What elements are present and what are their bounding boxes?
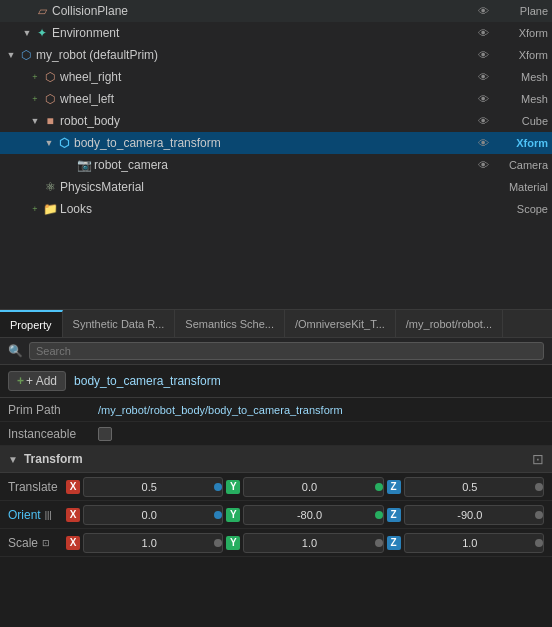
eye-icon-wheel-right[interactable]: 👁 [478, 71, 489, 83]
orient-z-field[interactable]: -90.0 [404, 505, 544, 525]
tree-item-my-robot[interactable]: ▼ ⬡ my_robot (defaultPrim) 👁 Xform [0, 44, 552, 66]
search-bar: 🔍 [0, 338, 552, 365]
scale-x-val: 1.0 [84, 537, 214, 549]
x-tag-translate: X [66, 480, 80, 494]
eye-icon-my-robot[interactable]: 👁 [478, 49, 489, 61]
wheel-left-label: wheel_left [60, 92, 428, 106]
tree-item-collisionplane[interactable]: ▱ CollisionPlane 👁 Plane [0, 0, 552, 22]
prim-name-display: body_to_camera_transform [74, 374, 221, 388]
x-tag-orient: X [66, 508, 80, 522]
eye-icon-robot-camera[interactable]: 👁 [478, 159, 489, 171]
y-tag-orient: Y [226, 508, 240, 522]
expand-my-robot[interactable]: ▼ [4, 48, 18, 62]
physics-icon: ⚛ [42, 179, 58, 195]
plane-icon: ▱ [34, 3, 50, 19]
expand-physics[interactable] [28, 180, 42, 194]
tree-item-wheel-right[interactable]: + ⬡ wheel_right 👁 Mesh [0, 66, 552, 88]
tree-item-environment[interactable]: ▼ ✦ Environment 👁 Xform [0, 22, 552, 44]
instanceable-checkbox[interactable] [98, 427, 112, 441]
eye-icon-collisionplane[interactable]: 👁 [478, 5, 489, 17]
scale-label: Scale ⊡ [8, 536, 63, 550]
translate-y-val: 0.0 [244, 481, 374, 493]
scene-tree: ▱ CollisionPlane 👁 Plane ▼ ✦ Environment… [0, 0, 552, 310]
expand-robot-camera[interactable] [62, 158, 76, 172]
orient-label: Orient ||| [8, 508, 63, 522]
expand-wheel-right[interactable]: + [28, 70, 42, 84]
collisionplane-label: CollisionPlane [52, 4, 428, 18]
orient-x-dot [214, 511, 222, 519]
tree-item-physics-material[interactable]: ⚛ PhysicsMaterial Material [0, 176, 552, 198]
tree-item-wheel-left[interactable]: + ⬡ wheel_left 👁 Mesh [0, 88, 552, 110]
looks-icon: 📁 [42, 201, 58, 217]
type-my-robot: Xform [493, 49, 548, 61]
translate-z-dot [535, 483, 543, 491]
orient-z-val: -90.0 [405, 509, 535, 521]
add-section: + + Add body_to_camera_transform [0, 365, 552, 398]
orient-y-val: -80.0 [244, 509, 374, 521]
tab-synthetic-data[interactable]: Synthetic Data R... [63, 310, 176, 337]
scale-x-dot [214, 539, 222, 547]
expand-body-camera[interactable]: ▼ [42, 136, 56, 150]
orient-x-val: 0.0 [84, 509, 214, 521]
add-label: + Add [26, 374, 57, 388]
eye-icon-wheel-left[interactable]: 👁 [478, 93, 489, 105]
xform-icon-body-camera: ⬡ [56, 135, 72, 151]
transform-header[interactable]: ▼ Transform ⊡ [0, 446, 552, 473]
tab-my-robot-path[interactable]: /my_robot/robot... [396, 310, 503, 337]
instanceable-label: Instanceable [8, 427, 98, 441]
translate-x-field[interactable]: 0.5 [83, 477, 223, 497]
my-robot-label: my_robot (defaultPrim) [36, 48, 428, 62]
mesh-icon-wheel-left: ⬡ [42, 91, 58, 107]
scale-x-field[interactable]: 1.0 [83, 533, 223, 553]
translate-z-val: 0.5 [405, 481, 535, 493]
environment-label: Environment [52, 26, 428, 40]
env-icon: ✦ [34, 25, 50, 41]
translate-y-dot [375, 483, 383, 491]
eye-icon-robot-body[interactable]: 👁 [478, 115, 489, 127]
y-tag-scale: Y [226, 536, 240, 550]
tab-property[interactable]: Property [0, 310, 63, 337]
orient-y-dot [375, 511, 383, 519]
transform-collapse-icon: ▼ [8, 454, 18, 465]
expand-wheel-left[interactable]: + [28, 92, 42, 106]
x-tag-scale: X [66, 536, 80, 550]
cube-icon-robot-body: ■ [42, 113, 58, 129]
tree-item-robot-camera[interactable]: 📷 robot_camera 👁 Camera [0, 154, 552, 176]
z-tag-scale: Z [387, 536, 401, 550]
type-body-camera: Xform [493, 137, 548, 149]
expand-environment[interactable]: ▼ [20, 26, 34, 40]
type-collisionplane: Plane [493, 5, 548, 17]
type-looks: Scope [493, 203, 548, 215]
robot-body-label: robot_body [60, 114, 428, 128]
eye-icon-environment[interactable]: 👁 [478, 27, 489, 39]
wheel-right-label: wheel_right [60, 70, 428, 84]
prim-path-row: Prim Path /my_robot/robot_body/body_to_c… [0, 398, 552, 422]
scale-z-field[interactable]: 1.0 [404, 533, 544, 553]
expand-looks[interactable]: + [28, 202, 42, 216]
eye-icon-body-camera[interactable]: 👁 [478, 137, 489, 149]
tree-item-body-to-camera[interactable]: ▼ ⬡ body_to_camera_transform 👁 Xform [0, 132, 552, 154]
tree-item-looks[interactable]: + 📁 Looks Scope [0, 198, 552, 220]
translate-x-dot [214, 483, 222, 491]
translate-row: Translate X 0.5 Y 0.0 Z 0.5 [0, 473, 552, 501]
translate-z-field[interactable]: 0.5 [404, 477, 544, 497]
expand-collisionplane[interactable] [20, 4, 34, 18]
expand-robot-body[interactable]: ▼ [28, 114, 42, 128]
search-input[interactable] [29, 342, 544, 360]
transform-expand-icon[interactable]: ⊡ [532, 451, 544, 467]
z-tag-translate: Z [387, 480, 401, 494]
orient-y-field[interactable]: -80.0 [243, 505, 383, 525]
tree-item-robot-body[interactable]: ▼ ■ robot_body 👁 Cube [0, 110, 552, 132]
type-robot-body: Cube [493, 115, 548, 127]
scale-z-val: 1.0 [405, 537, 535, 549]
properties-panel: Property Synthetic Data R... Semantics S… [0, 310, 552, 627]
scale-y-field[interactable]: 1.0 [243, 533, 383, 553]
tab-semantics[interactable]: Semantics Sche... [175, 310, 285, 337]
add-button[interactable]: + + Add [8, 371, 66, 391]
robot-camera-label: robot_camera [94, 158, 428, 172]
translate-y-field[interactable]: 0.0 [243, 477, 383, 497]
tab-omniversekit[interactable]: /OmniverseKit_T... [285, 310, 396, 337]
instanceable-row: Instanceable [0, 422, 552, 446]
scale-y-dot [375, 539, 383, 547]
orient-x-field[interactable]: 0.0 [83, 505, 223, 525]
